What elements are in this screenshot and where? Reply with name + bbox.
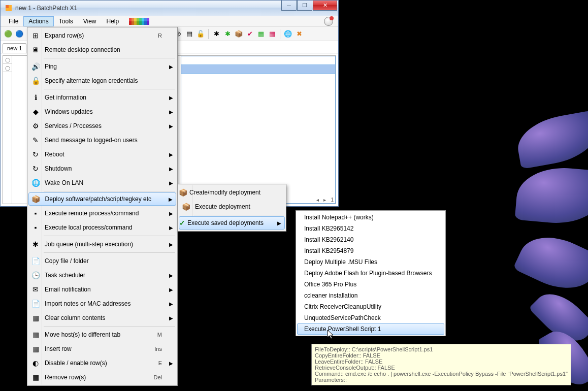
menu-item-disable-enable-row-s[interactable]: ◐Disable / enable row(s)E▶ (28, 356, 176, 370)
toolbar-icon[interactable]: 🔵 (15, 29, 24, 39)
menu-icon: ▪ (28, 223, 43, 232)
menu-item-shortcut: M (157, 332, 167, 338)
menu-icon: 📄 (28, 300, 43, 308)
submenu-item-execute-deployment[interactable]: 📦Execute deployment (179, 200, 285, 214)
scroll-right[interactable]: ▸ (321, 197, 328, 203)
menu-item-execute-local-process-command[interactable]: ▪Execute local process/command▶ (28, 220, 176, 235)
toolbar-icon[interactable]: ▦ (256, 29, 266, 39)
menu-item-ping[interactable]: 🔊Ping▶ (28, 59, 176, 74)
menu-icon: ▪ (28, 209, 43, 217)
toolbar-icon[interactable]: ▦ (268, 29, 277, 39)
deployment-item[interactable]: Deploy Adobe Flash for Plugin-based Brow… (297, 268, 444, 279)
menu-icon: ⚙ (28, 122, 43, 130)
menu-item-job-queue-multi-step-execution[interactable]: ✱Job queue (multi-step execution)▶ (28, 237, 176, 251)
submenu-item-create-modify-deployment[interactable]: 📦Create/modify deployment (179, 185, 285, 200)
menu-item-label: Disable / enable row(s) (43, 360, 158, 367)
deployment-item[interactable]: Deploy Multiple .MSU Files (297, 256, 444, 268)
tooltip-line: CopyEntireFolder:: FALSE (315, 352, 568, 359)
deployment-item[interactable]: Citrix ReceiverCleanupUtility (297, 301, 444, 312)
menu-item-services-processes[interactable]: ⚙Services / Processes▶ (28, 119, 176, 133)
menu-view[interactable]: View (78, 16, 102, 26)
menu-item-label: Clear column contents (43, 314, 167, 321)
menu-tools[interactable]: Tools (54, 16, 78, 26)
menu-item-shutdown[interactable]: ↻Shutdown▶ (28, 161, 176, 176)
menu-item-get-information[interactable]: ℹGet information▶ (28, 90, 176, 105)
svg-rect-1 (6, 5, 9, 8)
menu-file[interactable]: File (4, 16, 23, 26)
menu-item-import-notes-or-mac-addresses[interactable]: 📄Import notes or MAC addresses▶ (28, 297, 176, 311)
submenu-item-label: Create/modify deployment (187, 189, 276, 196)
selected-row[interactable] (181, 64, 335, 74)
menu-item-shortcut: R (158, 32, 167, 39)
submenu-arrow-icon: ▶ (169, 64, 173, 70)
toolbar-icon[interactable]: ✱ (212, 29, 221, 39)
menu-item-specify-alternate-logon-credentials[interactable]: 🔓Specify alternate logon credentials (28, 74, 176, 88)
menu-icon: ↻ (28, 165, 43, 173)
menu-item-task-scheduler[interactable]: 🕒Task scheduler▶ (28, 268, 176, 282)
menu-item-shortcut: Ins (154, 346, 167, 352)
toolbar-icon[interactable]: 🌐 (283, 29, 292, 39)
tab-new1[interactable]: new 1 (3, 43, 26, 53)
menu-item-windows-updates[interactable]: ◆Windows updates▶ (28, 105, 176, 119)
menu-item-label: Send message to logged-on users (43, 137, 167, 144)
menu-item-label: Execute local process/command (43, 224, 167, 231)
toolbar-icon[interactable]: 🟢 (4, 29, 13, 39)
deployment-item[interactable]: Install Notepad++ (works) (297, 212, 444, 223)
menu-item-label: Expand row(s) (43, 32, 158, 39)
deployment-item[interactable]: Install KB2965142 (297, 223, 444, 234)
menu-help[interactable]: Help (102, 16, 124, 26)
row-header[interactable]: ◯ (3, 64, 12, 72)
toolbar-icon[interactable]: ▤ (185, 29, 194, 39)
deployment-item[interactable]: Install KB2954879 (297, 245, 444, 256)
menu-item-remove-row-s[interactable]: ▦Remove row(s)Del (28, 370, 176, 384)
flower-petal (513, 110, 588, 169)
menu-icon: ▦ (28, 373, 43, 381)
menu-item-wake-on-lan[interactable]: 🌐Wake On LAN▶ (28, 176, 176, 190)
menu-item-expand-row-s[interactable]: ⊞Expand row(s) R (28, 28, 176, 43)
minimize-button[interactable]: ─ (281, 1, 297, 11)
submenu-arrow-icon: ▶ (169, 315, 173, 321)
close-button[interactable]: ✕ (313, 1, 337, 11)
submenu-item-execute-saved-deployments[interactable]: ✓Execute saved deployments▶ (179, 216, 285, 230)
color-palette-icon[interactable] (129, 18, 149, 25)
maximize-button[interactable]: ☐ (297, 1, 312, 11)
actions-context-menu: ⊞Expand row(s) R🖥Remote desktop connecti… (27, 27, 178, 386)
deployment-item[interactable]: Execute PowerShell Script 1 (297, 323, 444, 335)
menu-item-move-host-s-to-different-tab[interactable]: ▦Move host(s) to different tabM (28, 328, 176, 342)
menu-item-insert-row[interactable]: ▦Insert rowIns (28, 342, 176, 356)
page-indicator: 1 (331, 197, 334, 203)
row-header[interactable]: ◯ (3, 56, 12, 64)
deployment-item[interactable]: ccleaner installation (297, 290, 444, 301)
menu-item-clear-column-contents[interactable]: ▦Clear column contents▶ (28, 311, 176, 325)
menu-icon: 📄 (28, 257, 43, 265)
menu-item-reboot[interactable]: ↻Reboot▶ (28, 147, 176, 161)
clock-icon[interactable] (324, 17, 333, 26)
app-icon (5, 4, 13, 12)
menu-item-remote-desktop-connection[interactable]: 🖥Remote desktop connection (28, 43, 176, 57)
menu-icon: 🕒 (28, 271, 43, 279)
toolbar-icon[interactable]: ✖ (295, 29, 304, 39)
menu-item-execute-remote-process-command[interactable]: ▪Execute remote process/command▶ (28, 206, 176, 220)
menu-separator (194, 215, 284, 215)
menu-item-deploy-software-patch-script-regkey-etc[interactable]: 📦Deploy software/patch/script/regkey etc… (28, 192, 176, 206)
toolbar-icon[interactable]: ✔ (245, 29, 254, 39)
menu-icon: ✓ (179, 219, 185, 227)
tooltip-line: FileToDeploy:: C:\scripts\PowerShellScri… (315, 346, 568, 352)
titlebar[interactable]: new 1 - BatchPatch X1 ─ ☐ ✕ (1, 1, 338, 16)
scroll-left[interactable]: ◂ (314, 197, 320, 203)
toolbar-icon[interactable]: ✱ (223, 29, 232, 39)
menu-item-email-notification[interactable]: ✉Email notification▶ (28, 282, 176, 297)
menu-item-send-message-to-logged-on-users[interactable]: ✎Send message to logged-on users (28, 133, 176, 147)
menu-actions[interactable]: Actions (23, 16, 53, 26)
deployment-item[interactable]: UnquotedServicePathCheck (297, 312, 444, 323)
toolbar-icon[interactable]: 🔓 (196, 29, 205, 39)
menu-item-label: Remote desktop connection (43, 46, 167, 53)
toolbar-icon[interactable]: 📦 (234, 29, 243, 39)
deployment-item[interactable]: Install KB2962140 (297, 234, 444, 245)
deployment-item[interactable]: Office 365 Pro Plus (297, 279, 444, 290)
submenu-arrow-icon: ▶ (169, 197, 173, 202)
menu-item-copy-file-folder[interactable]: 📄Copy file / folder (28, 254, 176, 268)
menu-item-label: Insert row (43, 345, 154, 352)
menu-item-label: Services / Processes (43, 122, 167, 129)
submenu-item-label: Execute saved deployments (185, 219, 279, 226)
